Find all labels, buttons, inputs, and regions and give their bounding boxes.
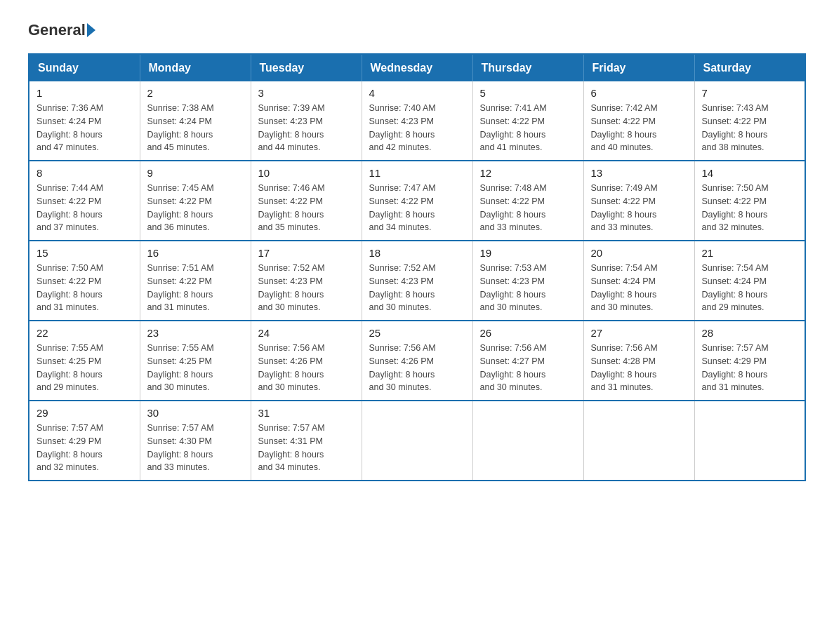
week-row-2: 8Sunrise: 7:44 AMSunset: 4:22 PMDaylight… — [29, 161, 805, 241]
weekday-header-wednesday: Wednesday — [362, 54, 472, 81]
day-cell-24: 24Sunrise: 7:56 AMSunset: 4:26 PMDayligh… — [251, 321, 362, 401]
day-number-6: 6 — [591, 87, 687, 99]
day-number-23: 23 — [147, 327, 244, 339]
day-info-20: Sunrise: 7:54 AMSunset: 4:24 PMDaylight:… — [591, 262, 687, 314]
day-number-9: 9 — [147, 167, 244, 179]
day-info-5: Sunrise: 7:41 AMSunset: 4:22 PMDaylight:… — [480, 102, 576, 154]
day-number-31: 31 — [258, 407, 355, 419]
day-info-28: Sunrise: 7:57 AMSunset: 4:29 PMDaylight:… — [702, 342, 798, 394]
day-info-29: Sunrise: 7:57 AMSunset: 4:29 PMDaylight:… — [37, 422, 133, 474]
day-number-22: 22 — [37, 327, 133, 339]
week-row-1: 1Sunrise: 7:36 AMSunset: 4:24 PMDaylight… — [29, 81, 805, 161]
day-cell-1: 1Sunrise: 7:36 AMSunset: 4:24 PMDaylight… — [29, 81, 140, 161]
day-info-18: Sunrise: 7:52 AMSunset: 4:23 PMDaylight:… — [369, 262, 465, 314]
day-info-17: Sunrise: 7:52 AMSunset: 4:23 PMDaylight:… — [258, 262, 355, 314]
empty-cell-w4-6 — [694, 401, 805, 481]
day-cell-9: 9Sunrise: 7:45 AMSunset: 4:22 PMDaylight… — [140, 161, 251, 241]
day-info-16: Sunrise: 7:51 AMSunset: 4:22 PMDaylight:… — [147, 262, 244, 314]
day-info-30: Sunrise: 7:57 AMSunset: 4:30 PMDaylight:… — [147, 422, 244, 474]
day-number-26: 26 — [480, 327, 576, 339]
day-info-9: Sunrise: 7:45 AMSunset: 4:22 PMDaylight:… — [147, 182, 244, 234]
day-number-21: 21 — [702, 247, 798, 259]
day-cell-21: 21Sunrise: 7:54 AMSunset: 4:24 PMDayligh… — [694, 241, 805, 321]
day-number-7: 7 — [702, 87, 798, 99]
logo: General — [28, 21, 95, 39]
day-info-25: Sunrise: 7:56 AMSunset: 4:26 PMDaylight:… — [369, 342, 465, 394]
weekday-header-monday: Monday — [140, 54, 251, 81]
day-number-18: 18 — [369, 247, 465, 259]
empty-cell-w4-3 — [362, 401, 472, 481]
day-info-27: Sunrise: 7:56 AMSunset: 4:28 PMDaylight:… — [591, 342, 687, 394]
day-info-1: Sunrise: 7:36 AMSunset: 4:24 PMDaylight:… — [37, 102, 133, 154]
day-cell-18: 18Sunrise: 7:52 AMSunset: 4:23 PMDayligh… — [362, 241, 472, 321]
day-number-5: 5 — [480, 87, 576, 99]
day-number-10: 10 — [258, 167, 355, 179]
day-number-19: 19 — [480, 247, 576, 259]
day-cell-31: 31Sunrise: 7:57 AMSunset: 4:31 PMDayligh… — [251, 401, 362, 481]
day-info-3: Sunrise: 7:39 AMSunset: 4:23 PMDaylight:… — [258, 102, 355, 154]
day-number-24: 24 — [258, 327, 355, 339]
day-cell-16: 16Sunrise: 7:51 AMSunset: 4:22 PMDayligh… — [140, 241, 251, 321]
day-cell-14: 14Sunrise: 7:50 AMSunset: 4:22 PMDayligh… — [694, 161, 805, 241]
day-info-4: Sunrise: 7:40 AMSunset: 4:23 PMDaylight:… — [369, 102, 465, 154]
day-info-31: Sunrise: 7:57 AMSunset: 4:31 PMDaylight:… — [258, 422, 355, 474]
day-info-11: Sunrise: 7:47 AMSunset: 4:22 PMDaylight:… — [369, 182, 465, 234]
day-number-16: 16 — [147, 247, 244, 259]
day-number-29: 29 — [37, 407, 133, 419]
week-row-3: 15Sunrise: 7:50 AMSunset: 4:22 PMDayligh… — [29, 241, 805, 321]
day-info-12: Sunrise: 7:48 AMSunset: 4:22 PMDaylight:… — [480, 182, 576, 234]
day-cell-22: 22Sunrise: 7:55 AMSunset: 4:25 PMDayligh… — [29, 321, 140, 401]
day-number-30: 30 — [147, 407, 244, 419]
day-number-27: 27 — [591, 327, 687, 339]
day-cell-20: 20Sunrise: 7:54 AMSunset: 4:24 PMDayligh… — [583, 241, 694, 321]
day-number-17: 17 — [258, 247, 355, 259]
day-cell-10: 10Sunrise: 7:46 AMSunset: 4:22 PMDayligh… — [251, 161, 362, 241]
day-info-23: Sunrise: 7:55 AMSunset: 4:25 PMDaylight:… — [147, 342, 244, 394]
day-cell-13: 13Sunrise: 7:49 AMSunset: 4:22 PMDayligh… — [583, 161, 694, 241]
day-info-15: Sunrise: 7:50 AMSunset: 4:22 PMDaylight:… — [37, 262, 133, 314]
day-number-8: 8 — [37, 167, 133, 179]
day-info-13: Sunrise: 7:49 AMSunset: 4:22 PMDaylight:… — [591, 182, 687, 234]
day-info-7: Sunrise: 7:43 AMSunset: 4:22 PMDaylight:… — [702, 102, 798, 154]
day-number-25: 25 — [369, 327, 465, 339]
day-number-15: 15 — [37, 247, 133, 259]
day-number-11: 11 — [369, 167, 465, 179]
day-cell-6: 6Sunrise: 7:42 AMSunset: 4:22 PMDaylight… — [583, 81, 694, 161]
day-cell-27: 27Sunrise: 7:56 AMSunset: 4:28 PMDayligh… — [583, 321, 694, 401]
day-number-3: 3 — [258, 87, 355, 99]
week-row-5: 29Sunrise: 7:57 AMSunset: 4:29 PMDayligh… — [29, 401, 805, 481]
empty-cell-w4-4 — [472, 401, 583, 481]
weekday-header-sunday: Sunday — [29, 54, 140, 81]
day-info-14: Sunrise: 7:50 AMSunset: 4:22 PMDaylight:… — [702, 182, 798, 234]
day-number-14: 14 — [702, 167, 798, 179]
day-cell-11: 11Sunrise: 7:47 AMSunset: 4:22 PMDayligh… — [362, 161, 472, 241]
day-cell-12: 12Sunrise: 7:48 AMSunset: 4:22 PMDayligh… — [472, 161, 583, 241]
weekday-header-tuesday: Tuesday — [251, 54, 362, 81]
calendar-table: SundayMondayTuesdayWednesdayThursdayFrid… — [28, 53, 806, 481]
day-info-10: Sunrise: 7:46 AMSunset: 4:22 PMDaylight:… — [258, 182, 355, 234]
day-number-1: 1 — [37, 87, 133, 99]
day-cell-29: 29Sunrise: 7:57 AMSunset: 4:29 PMDayligh… — [29, 401, 140, 481]
day-cell-3: 3Sunrise: 7:39 AMSunset: 4:23 PMDaylight… — [251, 81, 362, 161]
day-number-4: 4 — [369, 87, 465, 99]
day-number-2: 2 — [147, 87, 244, 99]
day-cell-4: 4Sunrise: 7:40 AMSunset: 4:23 PMDaylight… — [362, 81, 472, 161]
day-cell-15: 15Sunrise: 7:50 AMSunset: 4:22 PMDayligh… — [29, 241, 140, 321]
day-info-19: Sunrise: 7:53 AMSunset: 4:23 PMDaylight:… — [480, 262, 576, 314]
day-number-13: 13 — [591, 167, 687, 179]
page-header: General — [28, 21, 806, 39]
day-number-20: 20 — [591, 247, 687, 259]
day-cell-30: 30Sunrise: 7:57 AMSunset: 4:30 PMDayligh… — [140, 401, 251, 481]
day-cell-2: 2Sunrise: 7:38 AMSunset: 4:24 PMDaylight… — [140, 81, 251, 161]
day-cell-28: 28Sunrise: 7:57 AMSunset: 4:29 PMDayligh… — [694, 321, 805, 401]
day-cell-26: 26Sunrise: 7:56 AMSunset: 4:27 PMDayligh… — [472, 321, 583, 401]
day-cell-7: 7Sunrise: 7:43 AMSunset: 4:22 PMDaylight… — [694, 81, 805, 161]
day-cell-8: 8Sunrise: 7:44 AMSunset: 4:22 PMDaylight… — [29, 161, 140, 241]
day-info-8: Sunrise: 7:44 AMSunset: 4:22 PMDaylight:… — [37, 182, 133, 234]
day-info-2: Sunrise: 7:38 AMSunset: 4:24 PMDaylight:… — [147, 102, 244, 154]
weekday-header-thursday: Thursday — [472, 54, 583, 81]
logo-general-text: General — [28, 21, 86, 39]
weekday-header-saturday: Saturday — [694, 54, 805, 81]
week-row-4: 22Sunrise: 7:55 AMSunset: 4:25 PMDayligh… — [29, 321, 805, 401]
empty-cell-w4-5 — [583, 401, 694, 481]
